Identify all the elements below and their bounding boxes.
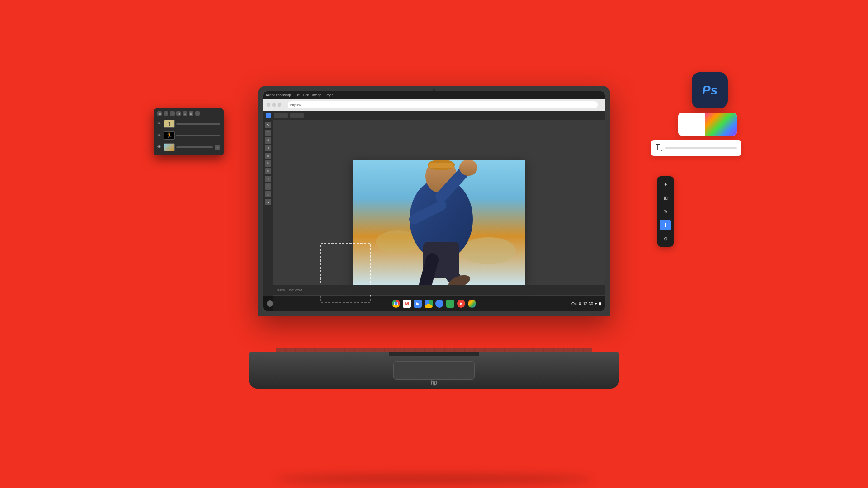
taskbar-meet-icon[interactable]: ▶	[414, 300, 422, 308]
ps-bottom-bar: 100% Doc: 2.5M	[273, 285, 605, 295]
taskbar-photos-icon[interactable]	[435, 300, 443, 308]
layers-icon: ☰	[157, 111, 162, 116]
tool-lasso[interactable]: ⊗	[265, 137, 271, 144]
side-tool-4-active[interactable]: ✛	[660, 220, 671, 230]
hp-logo: hp	[431, 380, 438, 386]
ps-title: Adobe Photoshop	[266, 94, 291, 97]
more-icon[interactable]: ···	[195, 111, 200, 116]
ps-canvas	[353, 160, 525, 287]
tool-shape[interactable]: ◻	[265, 183, 271, 190]
ps-doc-size: Doc: 2.5M	[288, 288, 302, 291]
taskbar-wifi-icon: ▾	[595, 301, 597, 306]
ps-side-tools-panel: ✦ ⊞ ✎ ✛ ⊘	[657, 176, 674, 247]
ps-options-bar-3	[290, 113, 304, 118]
mask-icon[interactable]: ⬚	[170, 111, 175, 116]
chromeos-taskbar: M ▶ ▶	[263, 296, 605, 311]
layer-name-3	[176, 146, 213, 148]
laptop: Adobe Photoshop File Edit Image Layer ht…	[231, 86, 637, 402]
svg-point-1	[462, 237, 516, 264]
gradient-color-panel[interactable]	[678, 113, 737, 136]
url-bar[interactable]: https://	[288, 101, 598, 108]
layer-eye-1[interactable]: 👁	[157, 122, 162, 126]
taskbar-status: Oct 8 12:30 ▾ ▮	[571, 301, 601, 306]
adj-icon[interactable]: ◑	[176, 111, 181, 116]
svg-rect-6	[429, 163, 453, 168]
del-icon[interactable]: 🗑	[189, 111, 193, 116]
tool-select[interactable]: ⬚	[265, 130, 271, 136]
chrome-dot-1	[267, 103, 270, 107]
ps-canvas-area	[273, 120, 605, 311]
tool-circle[interactable]: ○	[265, 191, 271, 197]
layer-align-icon[interactable]: ≡	[215, 145, 220, 150]
tool-wand[interactable]: ✦	[265, 145, 271, 151]
typography-icon: To	[656, 143, 662, 152]
gradient-white	[678, 113, 705, 136]
taskbar-gmail-icon[interactable]: M	[403, 300, 411, 308]
person-silhouette-icon: 🏃	[166, 132, 173, 139]
gmail-m-letter: M	[405, 301, 409, 306]
chrome-logo	[392, 300, 400, 308]
tool-fill[interactable]: ●	[265, 199, 271, 205]
laptop-hinge	[389, 352, 479, 356]
typography-panel: To	[651, 140, 741, 156]
taskbar-drive-icon[interactable]	[425, 300, 433, 308]
ps-options-bar	[263, 111, 605, 120]
taskbar-chrome-icon[interactable]	[392, 300, 400, 308]
ps-menu-edit[interactable]: Edit	[303, 94, 309, 97]
chrome-window-controls	[267, 103, 281, 107]
layer-eye-2[interactable]: 👁	[157, 133, 162, 138]
layers-panel: ☰ fx ⬚ ◑ ⊞ 🗑 ··· 👁 T 👁 🏃 👁 ≡	[154, 108, 224, 155]
tool-clone[interactable]: ⊕	[265, 168, 271, 174]
ps-menu-image[interactable]: Image	[312, 94, 321, 97]
taskbar-icons: M ▶ ▶	[392, 300, 476, 308]
youtube-play-icon: ▶	[460, 302, 462, 305]
ps-zoom-level: 100%	[277, 288, 285, 291]
laptop-screen: Adobe Photoshop File Edit Image Layer ht…	[263, 91, 605, 311]
laptop-trackpad[interactable]	[393, 361, 475, 380]
meet-icon-symbol: ▶	[416, 301, 420, 306]
taskbar-maps-icon[interactable]	[446, 300, 454, 308]
side-tool-3[interactable]: ✎	[660, 206, 671, 217]
laptop-keyboard	[276, 348, 592, 352]
side-tool-2[interactable]: ⊞	[660, 192, 671, 203]
chrome-dot-3	[278, 103, 281, 107]
tool-text[interactable]: T	[265, 176, 271, 182]
layer-eye-3[interactable]: 👁	[157, 145, 162, 150]
laptop-lid: Adobe Photoshop File Edit Image Layer ht…	[258, 86, 610, 316]
tool-move[interactable]: ↖	[265, 122, 271, 128]
ps-app-icon: Ps	[692, 72, 728, 108]
side-tool-5[interactable]: ⊘	[660, 233, 671, 244]
gradient-fill	[705, 113, 737, 136]
person-svg	[353, 160, 525, 287]
taskbar-youtube-icon[interactable]: ▶	[457, 300, 465, 308]
ps-options-btn-1[interactable]	[266, 113, 271, 118]
layers-header: ☰ fx ⬚ ◑ ⊞ 🗑 ···	[156, 110, 222, 117]
ps-toolbar-left: ↖ ⬚ ⊗ ✦ ⊞ ✎ ⊕ T ◻ ○ ●	[263, 120, 273, 311]
layer-thumb-1: T	[164, 120, 175, 128]
taskbar-date: Oct 8	[571, 301, 581, 306]
fx-icon[interactable]: fx	[164, 111, 168, 116]
ps-menu-file[interactable]: File	[295, 94, 300, 97]
ps-menu-layer[interactable]: Layer	[325, 94, 333, 97]
layer-item-person[interactable]: 👁 🏃	[156, 130, 222, 141]
taskbar-time: 12:30	[583, 301, 593, 306]
side-tool-1[interactable]: ✦	[660, 179, 671, 190]
browser-chrome: https://	[263, 99, 605, 111]
layer-thumb-2: 🏃	[164, 131, 175, 140]
layer-item-bg[interactable]: 👁 ≡	[156, 142, 222, 153]
typography-bar	[665, 147, 737, 149]
taskbar-play-icon[interactable]	[468, 300, 476, 308]
layer-name-2	[176, 135, 220, 136]
tool-brush[interactable]: ✎	[265, 160, 271, 167]
ps-workspace: ↖ ⬚ ⊗ ✦ ⊞ ✎ ⊕ T ◻ ○ ●	[263, 120, 605, 311]
layer-item-text[interactable]: 👁 T	[156, 118, 222, 129]
taskbar-launcher[interactable]	[267, 300, 273, 307]
floor-shadow	[276, 474, 592, 483]
ps-logo: Ps	[702, 83, 717, 98]
group-icon[interactable]: ⊞	[183, 111, 187, 116]
layer-name-1	[176, 123, 220, 125]
taskbar-battery-icon: ▮	[599, 301, 601, 306]
layer-thumb-3	[164, 143, 175, 151]
svg-line-12	[425, 260, 432, 285]
tool-crop[interactable]: ⊞	[265, 153, 271, 159]
